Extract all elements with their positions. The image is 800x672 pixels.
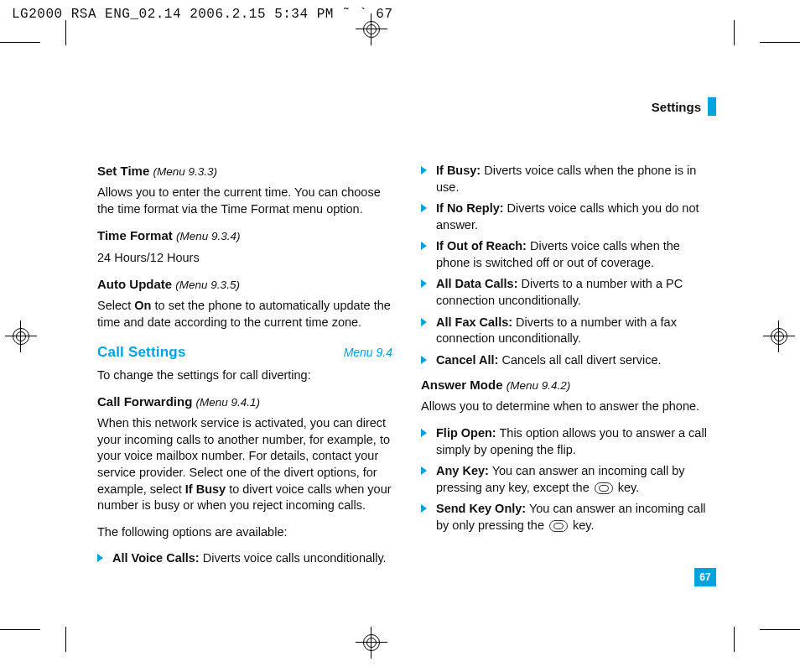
list-item: Cancel All: Cancels all call divert serv… xyxy=(421,352,716,369)
crop-mark xyxy=(734,627,735,652)
body-text: The following options are available: xyxy=(97,524,392,541)
bullet-label: All Voice Calls: xyxy=(112,551,200,565)
page-title: Settings xyxy=(652,100,701,114)
body-text: When this network service is activated, … xyxy=(97,415,392,513)
bullet-arrow-icon xyxy=(421,466,427,475)
bullet-label: Send Key Only: xyxy=(436,502,526,515)
body-text: Select On to set the phone to automatica… xyxy=(97,298,392,331)
bullet-text: key. xyxy=(569,518,595,532)
menu-ref: (Menu 9.3.5) xyxy=(175,279,240,291)
bullet-label: Flip Open: xyxy=(436,426,496,440)
bullet-label: Any Key: xyxy=(436,464,489,477)
bullet-arrow-icon xyxy=(421,204,427,212)
header-accent xyxy=(708,97,716,116)
bullet-arrow-icon xyxy=(421,242,427,250)
bullet-arrow-icon xyxy=(421,318,427,326)
crop-mark xyxy=(734,20,735,45)
bullet-list: Flip Open: This option allows you to ans… xyxy=(421,425,716,534)
list-item: All Fax Calls: Diverts to a number with … xyxy=(421,315,716,347)
heading-text: Auto Update xyxy=(97,277,172,291)
bullet-list: If Busy: Diverts voice calls when the ph… xyxy=(421,163,716,368)
list-item: If Out of Reach: Diverts voice calls whe… xyxy=(421,238,716,271)
bullet-label: Cancel All: xyxy=(436,353,498,367)
bullet-label: If Out of Reach: xyxy=(436,239,527,253)
heading-text: Call Forwarding xyxy=(97,394,192,409)
left-column: Set Time (Menu 9.3.3) Allows you to ente… xyxy=(97,158,392,596)
bullet-arrow-icon xyxy=(421,166,427,175)
registration-mark xyxy=(361,632,382,654)
list-item: Flip Open: This option allows you to ans… xyxy=(421,425,716,458)
end-key-icon xyxy=(595,482,613,494)
heading-call-forwarding: Call Forwarding (Menu 9.4.1) xyxy=(97,393,392,410)
heading-text: Time Format xyxy=(97,228,173,242)
list-item: If Busy: Diverts voice calls when the ph… xyxy=(421,163,716,195)
heading-text: Answer Mode xyxy=(421,378,503,392)
body-text: 24 Hours/12 Hours xyxy=(97,250,392,267)
crop-mark xyxy=(65,627,66,652)
page-header: Settings xyxy=(652,97,716,116)
section-menu-ref: Menu 9.4 xyxy=(344,345,392,361)
crop-mark xyxy=(0,629,40,630)
bullet-arrow-icon xyxy=(421,279,427,288)
bullet-text: Diverts voice calls unconditionally. xyxy=(200,551,387,565)
list-item: All Voice Calls: Diverts voice calls unc… xyxy=(97,550,392,567)
bullet-arrow-icon xyxy=(421,356,427,364)
page-number: 67 xyxy=(694,568,716,586)
menu-ref: (Menu 9.3.3) xyxy=(153,165,217,178)
heading-set-time: Set Time (Menu 9.3.3) xyxy=(97,163,392,180)
bullet-text: key. xyxy=(615,481,640,494)
bullet-arrow-icon xyxy=(421,504,427,513)
registration-mark xyxy=(10,326,32,347)
crop-mark xyxy=(65,20,66,45)
text-bold: If Busy xyxy=(185,482,226,496)
bullet-arrow-icon xyxy=(97,554,103,562)
heading-answer-mode: Answer Mode (Menu 9.4.2) xyxy=(421,377,716,393)
heading-auto-update: Auto Update (Menu 9.3.5) xyxy=(97,276,392,293)
send-key-icon xyxy=(549,520,568,532)
body-text: To change the settings for call divertin… xyxy=(97,367,392,384)
registration-mark xyxy=(768,326,790,347)
text: Select xyxy=(97,299,134,312)
bullet-text: Cancels all call divert service. xyxy=(498,353,661,367)
list-item: Send Key Only: You can answer an incomin… xyxy=(421,501,716,534)
bullet-label: If Busy: xyxy=(436,164,481,177)
bullet-list: All Voice Calls: Diverts voice calls unc… xyxy=(97,550,392,567)
bullet-label: If No Reply: xyxy=(436,201,504,215)
list-item: All Data Calls: Diverts to a number with… xyxy=(421,276,716,309)
list-item: Any Key: You can answer an incoming call… xyxy=(421,463,716,496)
section-heading-call-settings: Call Settings Menu 9.4 xyxy=(97,343,392,362)
body-text: Allows you to enter the current time. Yo… xyxy=(97,185,392,217)
heading-time-format: Time Format (Menu 9.3.4) xyxy=(97,227,392,244)
menu-ref: (Menu 9.3.4) xyxy=(176,230,241,242)
list-item: If No Reply: Diverts voice calls which y… xyxy=(421,201,716,233)
menu-ref: (Menu 9.4.2) xyxy=(506,379,571,392)
crop-mark xyxy=(0,42,40,43)
bullet-label: All Fax Calls: xyxy=(436,315,512,329)
content-area: Set Time (Menu 9.3.3) Allows you to ente… xyxy=(97,158,716,596)
section-title: Call Settings xyxy=(97,343,186,362)
file-slug: LG2000 RSA ENG_02.14 2006.2.15 5:34 PM ˜… xyxy=(12,7,393,22)
heading-text: Set Time xyxy=(97,164,149,178)
crop-mark xyxy=(760,42,800,43)
text-bold: On xyxy=(134,299,151,312)
body-text: Allows you to determine when to answer t… xyxy=(421,399,716,415)
right-column: If Busy: Diverts voice calls when the ph… xyxy=(421,158,716,596)
crop-mark xyxy=(760,629,800,630)
registration-mark xyxy=(361,18,382,40)
bullet-arrow-icon xyxy=(421,429,427,437)
menu-ref: (Menu 9.4.1) xyxy=(196,396,261,409)
bullet-label: All Data Calls: xyxy=(436,277,518,290)
